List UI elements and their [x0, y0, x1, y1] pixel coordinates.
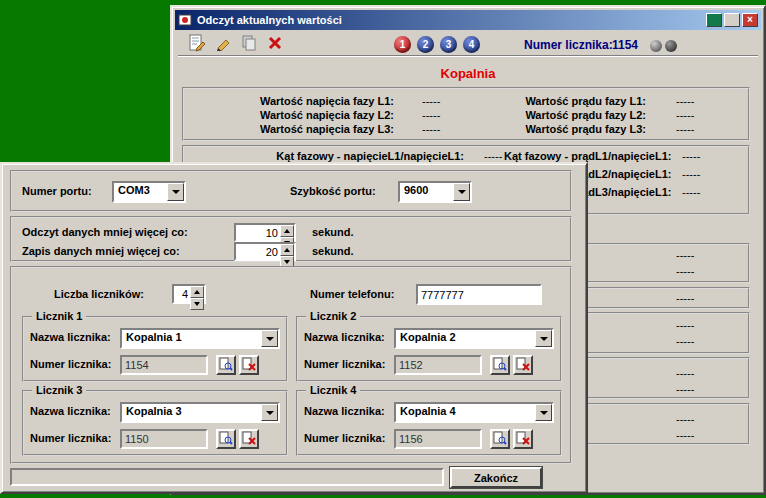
meters-group: Liczba liczników: Numer telefonu: Liczni…	[10, 266, 572, 464]
doc-search-icon	[219, 431, 233, 448]
meter-count-spinner[interactable]	[172, 284, 206, 304]
measure-value: -----	[676, 123, 694, 135]
hidden-value: -----	[676, 367, 694, 379]
hidden-value: -----	[676, 429, 694, 441]
maximize-button[interactable]	[724, 13, 740, 27]
toolbar-separator	[178, 55, 758, 57]
meter-number-label: Numer licznika:	[304, 432, 385, 444]
meter-3-name-combobox[interactable]: Kopalnia 3	[120, 402, 280, 423]
hidden-value: -----	[676, 249, 694, 261]
doc-search-icon	[493, 357, 507, 374]
settings-dialog: Numer portu: COM3 Szybkość portu: 9600 O…	[0, 162, 588, 494]
meter-4-caption: Licznik 4	[306, 384, 360, 396]
meter-2-name-dropdown-button[interactable]	[535, 330, 552, 347]
speed-label: Szybkość portu:	[290, 185, 376, 197]
meter-4-name-value: Kopalnia 4	[396, 404, 535, 421]
measure-label: Wartość napięcia fazy L1:	[184, 95, 394, 107]
page-button-4[interactable]: 4	[463, 36, 480, 53]
phase-value: -----	[682, 186, 700, 198]
read-interval-label: Odczyt danych mniej więcej co:	[22, 226, 188, 238]
copy-icon	[240, 34, 258, 55]
close-button[interactable]: ×	[742, 13, 758, 27]
meter-name-label: Nazwa licznika:	[30, 405, 111, 417]
app-icon	[178, 13, 192, 27]
chevron-down-icon	[540, 337, 548, 345]
meter-1-remove-button[interactable]	[239, 355, 259, 375]
phase-label: Kąt fazowy - prądL1/napięcieL1:	[504, 150, 664, 162]
measure-value: -----	[422, 95, 440, 107]
meter-4-number-input[interactable]	[394, 429, 482, 449]
measure-label: Wartość prądu fazy L1:	[484, 95, 646, 107]
write-interval-input[interactable]	[236, 244, 280, 259]
speed-combobox-dropdown-button[interactable]	[453, 183, 470, 201]
hidden-value: -----	[676, 335, 694, 347]
meter-count-input[interactable]	[174, 286, 190, 302]
meter-4-remove-button[interactable]	[513, 429, 533, 449]
measure-label: Wartość prądu fazy L3:	[484, 123, 646, 135]
write-interval-label: Zapis danych mniej więcej co:	[22, 245, 180, 257]
meter-1-name-value: Kopalnia 1	[122, 330, 261, 347]
meter-3-search-button[interactable]	[216, 429, 236, 449]
read-interval-unit: sekund.	[312, 226, 354, 238]
meter-4-name-dropdown-button[interactable]	[535, 404, 552, 421]
edit-note-button[interactable]	[186, 34, 208, 54]
page-button-3[interactable]: 3	[440, 36, 457, 53]
hidden-value: -----	[676, 413, 694, 425]
meter-2-number-input[interactable]	[394, 355, 482, 375]
write-interval-unit: sekund.	[312, 245, 354, 257]
speed-combobox[interactable]: 9600	[398, 181, 472, 203]
doc-search-icon	[219, 357, 233, 374]
read-interval-spinner[interactable]	[234, 223, 296, 242]
meter-count-down-button[interactable]	[190, 298, 204, 310]
measure-label: Wartość napięcia fazy L3:	[184, 123, 394, 135]
meter-2-caption: Licznik 2	[306, 310, 360, 322]
meter-3-remove-button[interactable]	[239, 429, 259, 449]
meter-number-value: 1154	[612, 38, 638, 52]
meter-3-name-dropdown-button[interactable]	[261, 404, 278, 421]
meter-1-name-combobox[interactable]: Kopalnia 1	[120, 328, 280, 349]
meter-2-group: Licznik 2 Nazwa licznika: Kopalnia 2 Num…	[296, 316, 562, 382]
meter-1-number-input[interactable]	[120, 355, 208, 375]
progress-bar	[10, 468, 444, 486]
meter-1-name-dropdown-button[interactable]	[261, 330, 278, 347]
meter-3-caption: Licznik 3	[32, 384, 86, 396]
meter-1-caption: Licznik 1	[32, 310, 86, 322]
meter-number-label: Numer licznika:	[524, 38, 613, 52]
doc-remove-icon	[242, 431, 256, 448]
close-dialog-button[interactable]: Zakończ	[450, 467, 542, 488]
doc-search-icon	[493, 431, 507, 448]
copy-button[interactable]	[238, 34, 260, 54]
meter-3-name-value: Kopalnia 3	[122, 404, 261, 421]
delete-button[interactable]	[264, 34, 286, 54]
meter-2-name-combobox[interactable]: Kopalnia 2	[394, 328, 554, 349]
measure-label: Wartość napięcia fazy L2:	[184, 109, 394, 121]
meter-4-name-combobox[interactable]: Kopalnia 4	[394, 402, 554, 423]
page-button-1[interactable]: 1	[394, 36, 411, 53]
meter-4-group: Licznik 4 Nazwa licznika: Kopalnia 4 Num…	[296, 390, 562, 456]
meter-number-label: Numer licznika:	[30, 358, 111, 370]
chevron-down-icon	[172, 190, 180, 198]
write-interval-spinner[interactable]	[234, 242, 296, 261]
port-combobox-dropdown-button[interactable]	[167, 183, 184, 201]
hidden-value: -----	[676, 265, 694, 277]
meter-count-up-button[interactable]	[190, 286, 204, 298]
meter-1-search-button[interactable]	[216, 355, 236, 375]
meter-2-search-button[interactable]	[490, 355, 510, 375]
phone-input[interactable]	[416, 284, 542, 305]
pen-button[interactable]	[212, 34, 234, 54]
page-button-2[interactable]: 2	[417, 36, 434, 53]
write-interval-up-button[interactable]	[280, 244, 294, 256]
read-interval-input[interactable]	[236, 225, 280, 240]
read-interval-up-button[interactable]	[280, 225, 294, 237]
main-titlebar[interactable]: Odczyt aktualnych wartości ×	[175, 10, 761, 30]
port-combobox[interactable]: COM3	[112, 181, 186, 203]
meter-4-search-button[interactable]	[490, 429, 510, 449]
meter-3-number-input[interactable]	[120, 429, 208, 449]
tray-green-button[interactable]	[706, 13, 722, 27]
chevron-down-icon	[266, 411, 274, 419]
phase-label: Kąt fazowy - napięcieL1/napięcieL1:	[184, 150, 464, 162]
measure-value: -----	[422, 123, 440, 135]
meter-2-remove-button[interactable]	[513, 355, 533, 375]
interval-group: Odczyt danych mniej więcej co: sekund. Z…	[10, 216, 572, 262]
phone-label: Numer telefonu:	[310, 288, 394, 300]
